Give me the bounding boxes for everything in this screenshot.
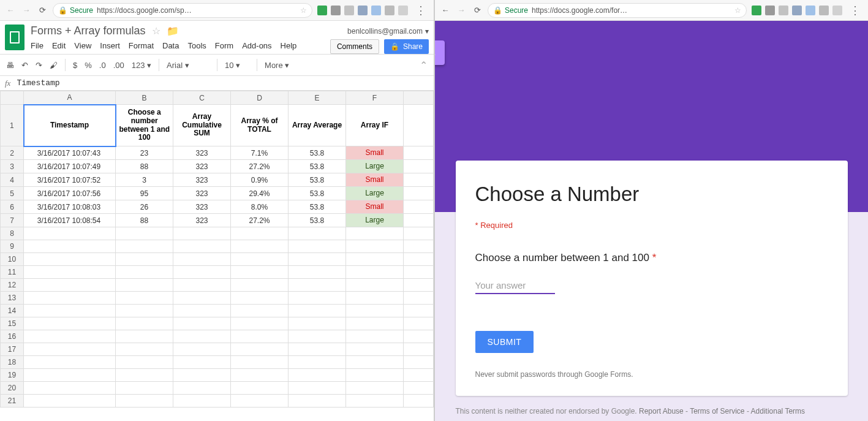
- cell[interactable]: [173, 266, 231, 279]
- row-header-1[interactable]: 1: [1, 105, 24, 146]
- row-header[interactable]: 3: [1, 160, 24, 173]
- cell[interactable]: [404, 395, 434, 408]
- cell-avg[interactable]: 53.8: [289, 214, 346, 227]
- menu-help[interactable]: Help: [281, 41, 297, 50]
- ext-icon[interactable]: [765, 6, 775, 15]
- cell[interactable]: [173, 395, 231, 408]
- cell[interactable]: [24, 305, 116, 317]
- sheets-logo[interactable]: [5, 25, 25, 50]
- cell[interactable]: [231, 330, 289, 343]
- cell[interactable]: [173, 343, 231, 356]
- cell[interactable]: [24, 266, 116, 279]
- cell[interactable]: [173, 317, 231, 330]
- cell[interactable]: [404, 369, 434, 382]
- cell[interactable]: [173, 305, 231, 317]
- ext-icon[interactable]: [358, 6, 368, 15]
- decrease-decimal[interactable]: .0: [99, 61, 106, 70]
- col-header-blank[interactable]: [404, 91, 434, 105]
- row-header[interactable]: 7: [1, 214, 24, 227]
- cell[interactable]: [289, 343, 346, 356]
- cell[interactable]: [404, 292, 434, 305]
- ext-icon[interactable]: [331, 6, 341, 15]
- col-header-f[interactable]: F: [346, 91, 404, 105]
- cell[interactable]: [116, 227, 173, 240]
- row-header[interactable]: 5: [1, 187, 24, 200]
- cell[interactable]: [24, 279, 116, 292]
- cell-pct[interactable]: 27.2%: [231, 214, 289, 227]
- menu-insert[interactable]: Insert: [100, 41, 120, 50]
- menu-format[interactable]: Format: [129, 41, 154, 50]
- cell[interactable]: [404, 343, 434, 356]
- cell-a1[interactable]: Timestamp: [24, 105, 116, 146]
- ext-icon[interactable]: [398, 6, 408, 15]
- cell[interactable]: [173, 279, 231, 292]
- cell[interactable]: [289, 305, 346, 317]
- cell-b1[interactable]: Choose a number between 1 and 100: [116, 105, 173, 146]
- cell-blank[interactable]: [404, 200, 434, 214]
- cell[interactable]: [289, 369, 346, 382]
- cell[interactable]: [116, 253, 173, 266]
- menu-view[interactable]: View: [74, 41, 91, 50]
- cell[interactable]: [173, 240, 231, 253]
- cell-blank[interactable]: [404, 214, 434, 227]
- menu-form[interactable]: Form: [215, 41, 233, 50]
- cell-value[interactable]: 3: [116, 173, 173, 187]
- back-button[interactable]: ←: [5, 5, 16, 16]
- cell[interactable]: [346, 240, 404, 253]
- cell[interactable]: [404, 330, 434, 343]
- cell-if[interactable]: Large: [346, 214, 404, 227]
- cell-blank[interactable]: [404, 146, 434, 160]
- cell[interactable]: [173, 227, 231, 240]
- cell[interactable]: [346, 227, 404, 240]
- collapse-toolbar-icon[interactable]: ⌃: [420, 59, 428, 71]
- row-header[interactable]: 18: [1, 356, 24, 369]
- cell-blank[interactable]: [404, 173, 434, 187]
- row-header[interactable]: 19: [1, 369, 24, 382]
- cell[interactable]: [289, 292, 346, 305]
- cell[interactable]: [404, 317, 434, 330]
- cell-e1[interactable]: Array Average: [289, 105, 346, 146]
- formula-bar[interactable]: fx Timestamp: [0, 76, 434, 91]
- row-header[interactable]: 16: [1, 330, 24, 343]
- cell[interactable]: [24, 382, 116, 395]
- font-size[interactable]: 10 ▾: [225, 61, 249, 70]
- percent-format[interactable]: %: [85, 61, 92, 70]
- cell-value[interactable]: 95: [116, 187, 173, 200]
- cell[interactable]: [24, 253, 116, 266]
- address-bar-left[interactable]: 🔒 Secure https://docs.google.com/sp… ☆: [53, 3, 312, 18]
- cell[interactable]: [404, 227, 434, 240]
- cell-pct[interactable]: 8.0%: [231, 200, 289, 214]
- redo-icon[interactable]: ↷: [36, 61, 42, 70]
- forward-button[interactable]: →: [21, 5, 32, 16]
- cell[interactable]: [346, 369, 404, 382]
- forward-button[interactable]: →: [456, 5, 467, 16]
- submit-button[interactable]: SUBMIT: [475, 331, 534, 353]
- cell-avg[interactable]: 53.8: [289, 160, 346, 173]
- cell[interactable]: [24, 356, 116, 369]
- cell[interactable]: [24, 369, 116, 382]
- cell[interactable]: [116, 279, 173, 292]
- col-header-c[interactable]: C: [173, 91, 231, 105]
- reload-button[interactable]: ⟳: [37, 5, 48, 16]
- cell[interactable]: [24, 343, 116, 356]
- col-header-b[interactable]: B: [116, 91, 173, 105]
- cell[interactable]: [231, 395, 289, 408]
- cell[interactable]: [231, 356, 289, 369]
- cell[interactable]: [24, 292, 116, 305]
- cell-value[interactable]: 88: [116, 214, 173, 227]
- cell-pct[interactable]: 29.4%: [231, 187, 289, 200]
- folder-icon[interactable]: 📁: [167, 25, 179, 37]
- ext-icon[interactable]: [385, 6, 394, 15]
- cell[interactable]: [346, 317, 404, 330]
- cell-avg[interactable]: 53.8: [289, 173, 346, 187]
- cell-timestamp[interactable]: 3/16/2017 10:08:03: [24, 200, 116, 214]
- cell[interactable]: [116, 330, 173, 343]
- cell[interactable]: [404, 305, 434, 317]
- report-abuse-link[interactable]: Report Abuse: [639, 407, 684, 415]
- cell[interactable]: [231, 382, 289, 395]
- cell[interactable]: [346, 266, 404, 279]
- cell[interactable]: [346, 253, 404, 266]
- cell-timestamp[interactable]: 3/16/2017 10:08:54: [24, 214, 116, 227]
- currency-format[interactable]: $: [73, 61, 77, 70]
- row-header[interactable]: 8: [1, 227, 24, 240]
